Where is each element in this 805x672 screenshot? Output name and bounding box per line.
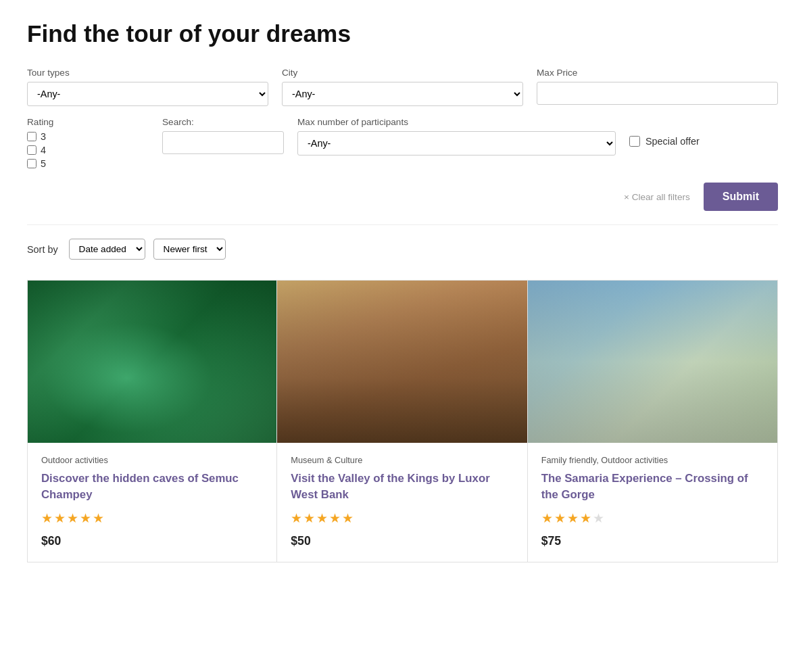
tour-title-link-2[interactable]: Visit the Valley of the Kings by Luxor W… [291,472,489,501]
rating-filter: Rating 3 4 5 [27,117,149,172]
tour-title-link-3[interactable]: The Samaria Experience – Crossing of the… [541,472,748,501]
search-input[interactable] [162,131,284,154]
tour-title-link-1[interactable]: Discover the hidden caves of Semuc Champ… [41,472,239,501]
tour-card-1: Outdoor activities Discover the hidden c… [27,280,277,562]
tour-card-3: Family friendly, Outdoor activities The … [528,280,778,562]
star-5-empty: ★ [593,510,604,526]
rating-label: Rating [27,117,149,127]
search-label: Search: [162,117,284,127]
special-offer-checkbox[interactable] [629,136,640,147]
filters-section: Tour types -Any- Outdoor activities Muse… [27,68,778,211]
special-offer-label: Special offer [645,136,700,147]
star-3: ★ [316,510,328,526]
star-1: ★ [291,510,302,526]
rating-4-label: 4 [41,145,46,155]
star-5: ★ [93,510,104,526]
clear-filters-link[interactable]: × Clear all filters [624,192,690,202]
rating-3-checkbox[interactable] [27,132,36,141]
star-2: ★ [54,510,66,526]
rating-5-checkbox[interactable] [27,159,36,168]
star-3: ★ [567,510,579,526]
rating-5-label: 5 [41,158,46,169]
tour-category-1: Outdoor activities [41,455,263,465]
tour-title-2: Visit the Valley of the Kings by Luxor W… [291,471,513,502]
max-price-label: Max Price [537,68,778,78]
sort-label: Sort by [27,244,58,255]
city-select[interactable]: -Any- Luxor Guatemala Crete Paris Rome [282,82,523,106]
tour-types-label: Tour types [27,68,268,78]
tour-title-1: Discover the hidden caves of Semuc Champ… [41,471,263,502]
tour-stars-2: ★ ★ ★ ★ ★ [291,510,513,526]
filter-actions: × Clear all filters Submit [27,183,778,211]
max-price-filter: Max Price [537,68,778,106]
tour-types-select[interactable]: -Any- Outdoor activities Museum & Cultur… [27,82,268,106]
star-4: ★ [329,510,341,526]
rating-3-item: 3 [27,131,149,142]
rating-5-item: 5 [27,158,149,169]
tour-card-2: Museum & Culture Visit the Valley of the… [277,280,527,562]
star-1: ★ [541,510,553,526]
star-3: ★ [67,510,78,526]
tours-grid: Outdoor activities Discover the hidden c… [27,280,778,562]
sort-order-select[interactable]: Newer first Older first [153,239,226,260]
max-participants-filter: Max number of participants -Any- 5 10 15… [297,117,616,155]
star-4: ★ [580,510,591,526]
tour-stars-3: ★ ★ ★ ★ ★ [541,510,764,526]
tour-image-3 [528,281,777,443]
search-filter: Search: [162,117,284,154]
tour-category-3: Family friendly, Outdoor activities [541,455,764,465]
rating-3-label: 3 [41,131,46,142]
submit-button[interactable]: Submit [704,183,778,211]
page-title: Find the tour of your dreams [27,20,778,47]
max-participants-label: Max number of participants [297,117,616,127]
star-4: ★ [80,510,91,526]
tour-price-3: $75 [541,534,764,548]
star-1: ★ [41,510,53,526]
max-price-input[interactable] [537,82,778,105]
tour-stars-1: ★ ★ ★ ★ ★ [41,510,263,526]
rating-4-checkbox[interactable] [27,145,36,155]
city-label: City [282,68,523,78]
tour-types-filter: Tour types -Any- Outdoor activities Muse… [27,68,268,106]
sort-field-select[interactable]: Date added Price Rating Popularity [69,239,145,260]
tour-category-2: Museum & Culture [291,455,513,465]
tour-body-1: Outdoor activities Discover the hidden c… [28,443,276,562]
tour-price-1: $60 [41,534,263,548]
tour-image-1 [28,281,276,443]
tour-price-2: $50 [291,534,513,548]
special-offer-filter: Special offer [629,136,778,147]
tour-body-3: Family friendly, Outdoor activities The … [528,443,777,562]
city-filter: City -Any- Luxor Guatemala Crete Paris R… [282,68,523,106]
star-5: ★ [342,510,353,526]
section-divider [27,224,778,225]
star-2: ★ [303,510,315,526]
rating-4-item: 4 [27,145,149,155]
sort-section: Sort by Date added Price Rating Populari… [27,239,778,260]
max-participants-select[interactable]: -Any- 5 10 15 20 25 30 [297,131,616,155]
star-2: ★ [554,510,566,526]
tour-body-2: Museum & Culture Visit the Valley of the… [277,443,527,562]
tour-title-3: The Samaria Experience – Crossing of the… [541,471,764,502]
tour-image-2 [277,281,527,443]
